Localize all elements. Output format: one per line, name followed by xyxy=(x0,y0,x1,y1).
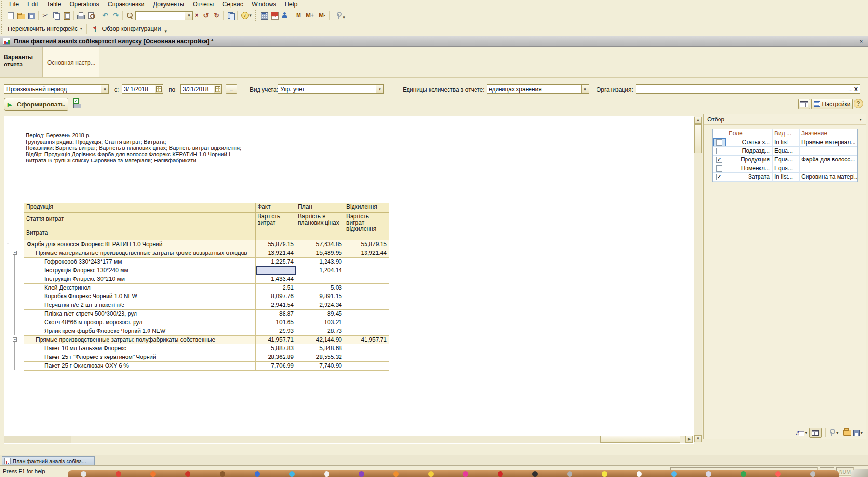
selection-kind[interactable]: Equa... xyxy=(773,164,800,173)
period-type-select[interactable]: Произвольный период ▾ xyxy=(4,84,109,94)
dock-icon[interactable] xyxy=(567,471,572,477)
checkbox-checked-icon[interactable]: ✓ xyxy=(716,174,722,180)
memory-minus-button[interactable]: M- xyxy=(316,12,328,19)
column-header[interactable]: Факт xyxy=(256,203,296,213)
report-cell-dev[interactable] xyxy=(344,275,389,284)
selection-kind[interactable]: In list... xyxy=(773,173,800,182)
load-settings-icon[interactable] xyxy=(843,430,851,436)
report-cell-fact[interactable]: 41,957.71 xyxy=(256,336,296,344)
report-cell-fact[interactable]: 88.87 xyxy=(256,310,296,318)
toolbar-drag-handle[interactable] xyxy=(1,24,3,34)
chevron-down-icon[interactable]: ▾ xyxy=(101,85,108,93)
dock-icon[interactable] xyxy=(393,471,399,477)
report-cell-dev[interactable] xyxy=(344,318,389,327)
report-cell-dev[interactable] xyxy=(344,266,389,275)
report-vscrollbar[interactable]: ▲ ▼ xyxy=(694,117,702,442)
menu-item[interactable]: Отчеты xyxy=(189,1,218,8)
report-cell-plan[interactable]: 9,891.15 xyxy=(296,292,344,301)
dock-icon[interactable] xyxy=(498,471,503,477)
dock-icon[interactable] xyxy=(150,471,156,477)
column-header[interactable]: Вартість витрат xyxy=(256,213,296,240)
copy-button[interactable] xyxy=(51,10,61,21)
report-cell-plan[interactable]: 5.03 xyxy=(296,284,344,292)
report-cell-name[interactable]: Прямые производственные затраты: полуфаб… xyxy=(24,336,256,344)
accounting-type-select[interactable]: Упр. учет ▾ xyxy=(278,84,384,94)
report-cell-dev[interactable]: 55,879.15 xyxy=(344,240,389,249)
report-cell-dev[interactable] xyxy=(344,258,389,266)
selection-value[interactable]: Прямые материал... xyxy=(800,138,857,147)
checkbox-unchecked-icon[interactable] xyxy=(716,165,722,172)
layout-table-button[interactable] xyxy=(809,428,822,438)
calendar-picker-button[interactable] xyxy=(214,85,221,93)
copies-button[interactable] xyxy=(225,10,236,21)
selection-field[interactable]: Подразд... xyxy=(726,147,773,156)
report-cell-name[interactable]: Інструкція Флорекс 30*210 мм xyxy=(24,275,256,284)
dock-icon[interactable] xyxy=(602,471,607,477)
dock-icon[interactable] xyxy=(637,471,642,477)
selection-kind[interactable]: In list xyxy=(773,138,800,147)
settings-button[interactable]: Настройки xyxy=(811,99,853,109)
selection-checkbox-cell[interactable]: ✓ xyxy=(713,173,726,182)
dock-icon[interactable] xyxy=(428,471,434,477)
print-preview-button[interactable] xyxy=(86,10,96,21)
calendar-button[interactable] xyxy=(269,10,280,21)
report-cell-dev[interactable] xyxy=(344,344,389,353)
report-cell-plan[interactable]: 42,144.90 xyxy=(296,336,344,344)
report-cell-fact[interactable]: 1,225.74 xyxy=(256,258,296,266)
report-cell-fact[interactable] xyxy=(256,266,296,275)
menu-item[interactable]: Help xyxy=(281,1,302,8)
report-cell-plan[interactable]: 57,634.85 xyxy=(296,240,344,249)
tab-main-settings[interactable]: Основная настр... xyxy=(43,47,99,78)
checkbox-checked-icon[interactable]: ✓ xyxy=(716,157,722,163)
save-button[interactable] xyxy=(26,10,37,21)
report-cell-name[interactable]: Гофрокороб 330*243*177 мм xyxy=(24,258,256,266)
macos-dock[interactable] xyxy=(68,470,839,477)
calendar-picker-button[interactable] xyxy=(155,85,163,93)
column-header[interactable]: Стаття витрат xyxy=(24,213,255,225)
save-settings-icon[interactable] xyxy=(853,430,860,436)
date-to-field[interactable]: 3/31/2018 xyxy=(180,84,222,94)
report-cell-plan[interactable]: 89.45 xyxy=(296,310,344,318)
report-cell-plan[interactable]: 28.73 xyxy=(296,327,344,336)
switch-interface-button[interactable]: Переключить интерфейс ▾ xyxy=(5,26,85,32)
column-header[interactable]: Відхилення xyxy=(344,203,389,213)
search-button[interactable] xyxy=(124,10,135,21)
memory-button[interactable]: M xyxy=(294,12,303,19)
chevron-down-icon[interactable]: ▾ xyxy=(859,117,862,122)
dock-icon[interactable] xyxy=(810,471,815,477)
report-cell-fact[interactable]: 55,879.15 xyxy=(256,240,296,249)
period-more-button[interactable]: ... xyxy=(226,84,237,94)
scroll-right-button[interactable]: ▶ xyxy=(685,436,693,443)
chevron-down-icon[interactable]: ▾ xyxy=(805,430,807,435)
report-cell-plan[interactable]: 7,740.90 xyxy=(296,362,344,371)
units-select[interactable]: единицах хранения ▾ xyxy=(487,84,589,94)
redo-button[interactable]: ↷ xyxy=(110,10,121,21)
undo-button[interactable]: ↶ xyxy=(100,10,110,21)
dock-icon[interactable] xyxy=(220,471,225,477)
taskbar-tab[interactable]: План фактний аналіз собіва... xyxy=(2,456,95,465)
report-cell-plan[interactable]: 28,555.32 xyxy=(296,353,344,362)
report-cell-name[interactable]: Скотч 48*66 м прозор. морозост. рул xyxy=(24,318,256,327)
organization-field[interactable]: ... X xyxy=(636,84,860,94)
selection-field[interactable]: Статья з... xyxy=(726,138,773,147)
selection-value[interactable] xyxy=(800,164,857,173)
report-cell-name[interactable]: Ярлик крем-фарба Флорекс Чорний 1.0 NEW xyxy=(24,327,256,336)
report-cell-fact[interactable]: 28,362.89 xyxy=(256,353,296,362)
report-cell-dev[interactable] xyxy=(344,284,389,292)
organization-more-button[interactable]: ... xyxy=(847,87,854,92)
report-cell-name[interactable]: Інструкція Флорекс 130*240 мм xyxy=(24,266,256,275)
selection-value[interactable]: Сировина та матері... xyxy=(800,173,857,182)
menu-item[interactable]: Operations xyxy=(66,1,104,8)
report-cell-plan[interactable]: 5,848.68 xyxy=(296,344,344,353)
report-cell-dev[interactable] xyxy=(344,353,389,362)
menu-item[interactable]: Windows xyxy=(247,1,281,8)
report-cell-fact[interactable]: 13,921.44 xyxy=(256,249,296,258)
report-cell-fact[interactable]: 101.65 xyxy=(256,318,296,327)
menu-item[interactable]: Документы xyxy=(149,1,189,8)
dock-icon[interactable] xyxy=(116,471,121,477)
calculator-button[interactable] xyxy=(258,10,269,21)
paste-button[interactable] xyxy=(61,10,72,21)
column-header[interactable]: План xyxy=(296,203,344,213)
chevron-down-icon[interactable]: ▾ xyxy=(376,85,383,93)
clear-search-button[interactable]: × xyxy=(193,10,201,21)
